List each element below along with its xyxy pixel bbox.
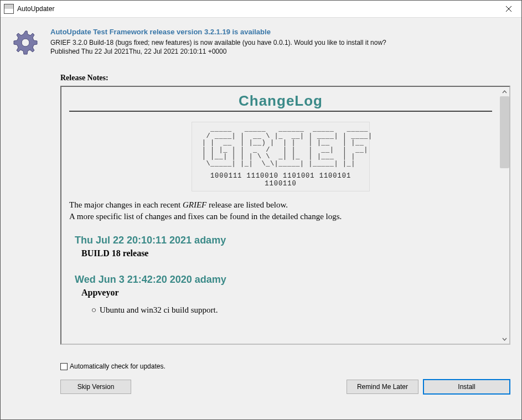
changelog-entry-item: ○Ubuntu and win32 ci build support. <box>91 305 492 315</box>
scroll-up-button[interactable] <box>500 87 509 96</box>
ascii-logo: _____ _____ ______ _____ _____ / ____| |… <box>198 126 364 168</box>
intro-line-1-pre: The major changes in each recent <box>69 200 183 209</box>
changelog-divider <box>69 111 492 112</box>
app-icon <box>4 4 14 14</box>
intro-line-2: A more specific list of changes and fixe… <box>69 212 342 221</box>
skip-version-button[interactable]: Skip Version <box>60 380 131 394</box>
svg-point-2 <box>22 39 29 46</box>
auto-check-row[interactable]: Automatically check for updates. <box>60 362 510 370</box>
auto-check-label: Automatically check for updates. <box>70 362 166 370</box>
bullet-icon: ○ <box>91 305 96 314</box>
chevron-up-icon <box>502 90 507 94</box>
changelog-entry-date: Thu Jul 22 20:10:11 2021 adamy <box>75 235 492 246</box>
changelog-title: ChangeLog <box>69 92 492 111</box>
update-published: Published Thu 22 Jul 2021Thu, 22 Jul 202… <box>50 47 510 56</box>
release-notes-label: Release Notes: <box>60 74 510 82</box>
update-headline: AutoUpdate Test Framework release versio… <box>50 28 510 36</box>
header-text: AutoUpdate Test Framework release versio… <box>50 28 510 56</box>
release-notes-frame: ChangeLog _____ _____ ______ _____ _____… <box>60 86 510 345</box>
updater-window: AutoUpdater AutoUpdate Test Framework re… <box>0 0 522 420</box>
install-button[interactable]: Install <box>423 379 510 395</box>
titlebar: AutoUpdater <box>1 1 521 18</box>
changelog-entry-date: Wed Jun 3 21:42:20 2020 adamy <box>75 274 492 286</box>
scroll-thumb[interactable] <box>500 96 509 168</box>
auto-check-checkbox[interactable] <box>60 363 68 370</box>
scrollbar[interactable] <box>500 87 509 344</box>
scroll-down-button[interactable] <box>500 334 509 344</box>
close-icon <box>506 6 511 12</box>
update-description: GRIEF 3.2.0 Build-18 (bugs fixed; new fe… <box>50 38 510 47</box>
button-row: Skip Version Remind Me Later Install <box>60 379 510 395</box>
changelog-entry-subtitle: Appveyor <box>81 288 492 298</box>
chevron-down-icon <box>502 338 507 341</box>
remind-later-button[interactable]: Remind Me Later <box>347 380 418 394</box>
gear-icon <box>12 29 39 58</box>
close-button[interactable] <box>496 1 521 17</box>
changelog-intro: The major changes in each recent GRIEF r… <box>69 199 492 222</box>
footer-area: Automatically check for updates. Skip Ve… <box>60 362 510 395</box>
header-row: AutoUpdate Test Framework release versio… <box>12 28 510 58</box>
window-title: AutoUpdater <box>17 5 54 13</box>
ascii-logo-box: _____ _____ ______ _____ _____ / ____| |… <box>192 122 370 191</box>
intro-line-1-em: GRIEF <box>183 200 206 209</box>
ascii-binary: 1000111 1110010 1101001 1100101 1100110 <box>198 172 364 188</box>
changelog-entry-item-text: Ubuntu and win32 ci build support. <box>100 305 218 314</box>
intro-line-1-post: release are listed below. <box>206 200 288 209</box>
client-area: AutoUpdate Test Framework release versio… <box>1 18 521 419</box>
changelog-entry-subtitle: BUILD 18 release <box>81 248 492 258</box>
release-notes-content: ChangeLog _____ _____ ______ _____ _____… <box>61 87 500 344</box>
